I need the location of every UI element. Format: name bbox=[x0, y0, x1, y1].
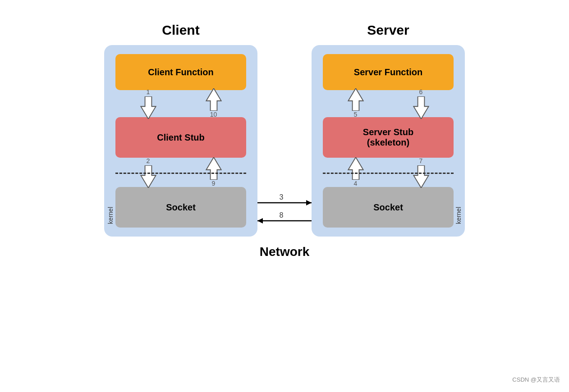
watermark: CSDN @又言又语 bbox=[512, 376, 560, 384]
client-function-box: Client Function bbox=[115, 54, 246, 90]
server-arrow5-group: 5 bbox=[348, 88, 364, 119]
client-title: Client bbox=[162, 23, 199, 38]
client-arrow9-label: 9 bbox=[212, 180, 216, 187]
server-dashed-line bbox=[323, 173, 454, 174]
server-arrow6-label: 6 bbox=[419, 88, 423, 96]
client-dashed-line bbox=[115, 173, 246, 174]
client-arrow1-group: 1 bbox=[140, 88, 156, 119]
server-arrow7-icon bbox=[413, 165, 429, 188]
main-container: Client Client Function 1 bbox=[0, 0, 569, 392]
client-arrows-2-9: 2 9 bbox=[115, 158, 246, 187]
svg-marker-9 bbox=[306, 200, 312, 205]
server-arrows-4-7: 4 7 bbox=[323, 158, 454, 187]
client-stub-label: Client Stub bbox=[157, 132, 205, 143]
client-arrow1-icon bbox=[140, 96, 156, 119]
svg-marker-5 bbox=[413, 96, 428, 119]
svg-marker-3 bbox=[206, 157, 221, 180]
client-arrow1-label: 1 bbox=[147, 88, 150, 96]
server-arrow4-label: 4 bbox=[354, 180, 358, 187]
client-arrow10-icon bbox=[206, 88, 222, 111]
server-stub-label: Server Stub(skeleton) bbox=[363, 127, 413, 148]
server-arrow6-icon bbox=[413, 96, 429, 119]
server-arrows-5-6: 5 6 bbox=[323, 90, 454, 117]
server-stub-box: Server Stub(skeleton) bbox=[323, 117, 454, 158]
network-arrow8-label: 8 bbox=[280, 211, 284, 219]
client-arrow10-group: 10 bbox=[206, 88, 222, 119]
server-arrow7-label: 7 bbox=[419, 157, 423, 164]
svg-marker-6 bbox=[348, 157, 363, 180]
client-arrow10-label: 10 bbox=[210, 111, 217, 118]
diagram-wrapper: Client Client Function 1 bbox=[104, 14, 465, 259]
network-label: Network bbox=[260, 245, 309, 259]
server-function-box: Server Function bbox=[323, 54, 454, 90]
server-arrow6-group: 6 bbox=[413, 88, 429, 119]
svg-marker-1 bbox=[206, 88, 221, 111]
client-stub-box: Client Stub bbox=[115, 117, 246, 158]
client-arrow2-icon bbox=[140, 165, 156, 188]
client-arrow2-label: 2 bbox=[147, 157, 150, 164]
svg-marker-7 bbox=[413, 165, 428, 188]
svg-marker-2 bbox=[141, 165, 156, 188]
server-function-label: Server Function bbox=[354, 67, 422, 77]
server-arrow5-label: 5 bbox=[354, 111, 358, 118]
network-arrows-svg: 3 8 bbox=[104, 187, 465, 241]
client-arrows-1-10: 1 10 bbox=[115, 90, 246, 117]
client-function-label: Client Function bbox=[148, 67, 214, 77]
server-arrow5-icon bbox=[348, 88, 364, 111]
server-title: Server bbox=[367, 23, 409, 38]
svg-marker-0 bbox=[141, 96, 156, 119]
network-arrow3-label: 3 bbox=[280, 193, 284, 201]
client-arrow9-icon bbox=[206, 157, 222, 180]
server-arrow4-icon bbox=[348, 157, 364, 180]
svg-marker-4 bbox=[348, 88, 363, 111]
svg-marker-11 bbox=[257, 218, 263, 223]
